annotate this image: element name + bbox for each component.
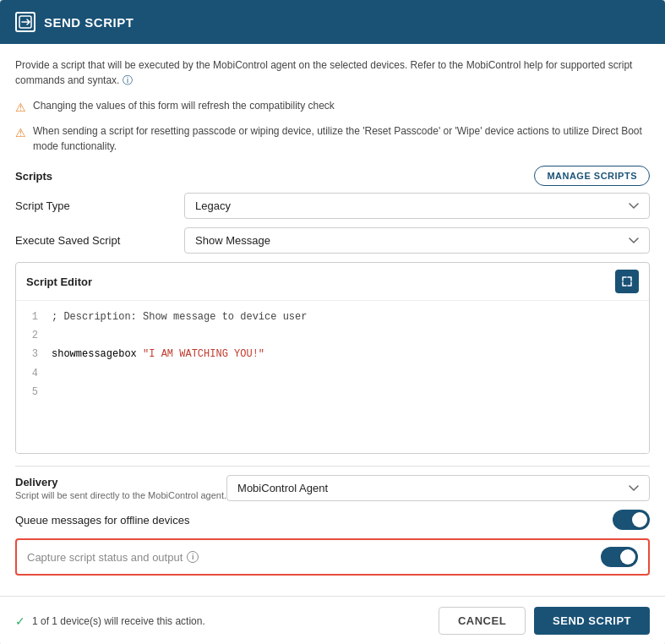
info-link[interactable]: ⓘ (123, 74, 133, 86)
capture-script-toggle[interactable] (601, 547, 638, 567)
script-type-select[interactable]: Legacy (184, 193, 650, 219)
warning-icon-1: ⚠ (15, 99, 26, 117)
footer-status: ✓ 1 of 1 device(s) will receive this act… (15, 614, 205, 628)
queue-messages-slider (613, 510, 650, 530)
dialog-title: SEND SCRIPT (44, 15, 134, 30)
code-text-3: showmessagebox "I AM WATCHING YOU!" (52, 347, 264, 363)
warning-row-1: ⚠ Changing the values of this form will … (15, 98, 650, 117)
line-number-2: 2 (26, 328, 38, 344)
line-number-3: 3 (26, 347, 38, 363)
footer-status-text: 1 of 1 device(s) will receive this actio… (32, 615, 205, 627)
send-script-dialog: SEND SCRIPT Provide a script that will b… (0, 0, 665, 644)
queue-messages-toggle[interactable] (613, 510, 650, 530)
capture-script-slider (601, 547, 638, 567)
warning-text-1: Changing the values of this form will re… (33, 98, 335, 113)
execute-saved-script-label: Execute Saved Script (15, 234, 184, 247)
divider (15, 466, 650, 467)
capture-script-label: Capture script status and output i (27, 551, 199, 564)
capture-script-row: Capture script status and output i (15, 538, 650, 576)
send-script-button[interactable]: SEND SCRIPT (534, 607, 650, 635)
capture-info-icon[interactable]: i (187, 551, 199, 563)
cancel-button[interactable]: CANCEL (439, 607, 526, 635)
code-line-5: 5 (26, 385, 639, 401)
delivery-label-sub: Script will be sent directly to the Mobi… (15, 490, 226, 500)
dialog-body: Provide a script that will be executed b… (0, 44, 665, 596)
queue-messages-row: Queue messages for offline devices (15, 501, 650, 538)
script-type-row: Script Type Legacy (15, 193, 650, 219)
script-editor-header: Script Editor (16, 263, 649, 301)
delivery-row: Delivery Script will be sent directly to… (15, 475, 650, 501)
queue-messages-label: Queue messages for offline devices (15, 514, 189, 527)
script-editor-container: Script Editor 1 ; Description: Show mess… (15, 262, 650, 454)
line-number-4: 4 (26, 366, 38, 382)
script-editor-expand-button[interactable] (615, 270, 639, 293)
script-editor-content[interactable]: 1 ; Description: Show message to device … (16, 301, 649, 453)
execute-saved-script-select[interactable]: Show Message (184, 227, 650, 254)
warning-icon-2: ⚠ (15, 124, 26, 142)
check-icon: ✓ (15, 614, 25, 628)
delivery-label-main: Delivery (15, 476, 226, 488)
warning-text-2: When sending a script for resetting pass… (33, 123, 650, 154)
scripts-section-row: Scripts MANAGE SCRIPTS (15, 166, 650, 186)
code-line-3: 3 showmessagebox "I AM WATCHING YOU!" (26, 347, 639, 363)
line-number-5: 5 (26, 385, 38, 401)
line-number-1: 1 (26, 309, 38, 325)
code-line-1: 1 ; Description: Show message to device … (26, 309, 639, 325)
footer-buttons: CANCEL SEND SCRIPT (439, 607, 650, 635)
delivery-select[interactable]: MobiControl Agent (226, 475, 650, 501)
dialog-header-icon (15, 12, 35, 32)
code-line-2: 2 (26, 328, 639, 344)
code-cmd: showmessagebox (52, 348, 137, 360)
dialog-footer: ✓ 1 of 1 device(s) will receive this act… (0, 596, 665, 644)
delivery-label-block: Delivery Script will be sent directly to… (15, 476, 226, 500)
script-type-label: Script Type (15, 199, 184, 212)
code-str: "I AM WATCHING YOU!" (143, 348, 264, 360)
script-editor-title: Script Editor (26, 276, 92, 288)
warning-row-2: ⚠ When sending a script for resetting pa… (15, 123, 650, 154)
code-text-1: ; Description: Show message to device us… (52, 309, 307, 325)
manage-scripts-button[interactable]: MANAGE SCRIPTS (534, 166, 650, 186)
dialog-header: SEND SCRIPT (0, 0, 665, 44)
scripts-label: Scripts (15, 170, 52, 183)
code-line-4: 4 (26, 366, 639, 382)
info-description: Provide a script that will be executed b… (15, 57, 650, 88)
execute-saved-script-row: Execute Saved Script Show Message (15, 227, 650, 254)
